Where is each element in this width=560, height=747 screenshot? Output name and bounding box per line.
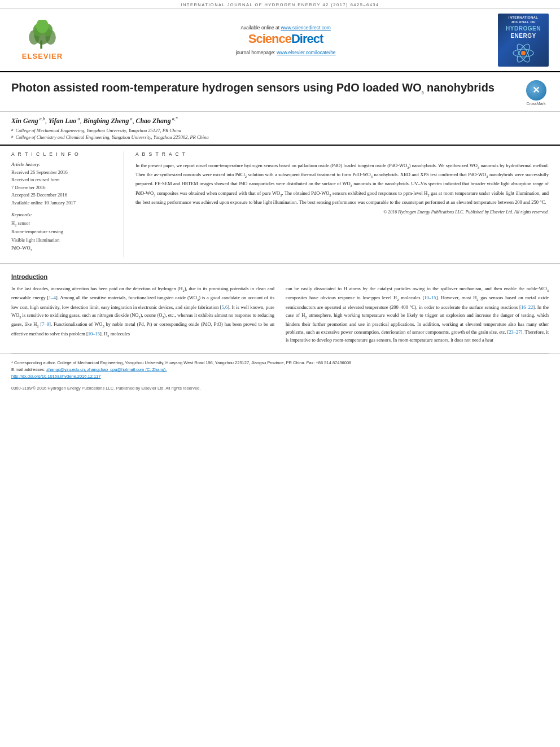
authors-line: Xin Geng a,b, Yifan Luo a, Bingbing Zhen…	[11, 116, 549, 125]
author-yifan-luo: Yifan Luo	[49, 117, 77, 125]
top-row: ELSEVIER Available online at www.science…	[0, 9, 560, 72]
introduction-columns: In the last decades, increasing attentio…	[11, 285, 549, 347]
sciencedirect-logo: ScienceDirect	[248, 32, 323, 46]
journal-atom-icon	[512, 42, 535, 64]
doi-link[interactable]: http://dx.doi.org/10.1016/j.ijhydene.201…	[11, 374, 100, 379]
journal-thumbnail: International Journal of HYDROGEN ENERGY	[498, 14, 549, 67]
accepted-date: Accepted 25 December 2016	[11, 191, 115, 199]
introduction-title: Introduction	[11, 273, 549, 280]
homepage-link[interactable]: www.elsevier.com/locate/he	[277, 50, 335, 55]
keyword-visible: Visible light illumination	[11, 236, 115, 244]
authors-section: Xin Geng a,b, Yifan Luo a, Bingbing Zhen…	[0, 112, 560, 146]
sd-link[interactable]: www.sciencedirect.com	[281, 25, 330, 30]
journal-header-bar: INTERNATIONAL JOURNAL OF HYDROGEN ENERGY…	[0, 0, 560, 9]
affiliation-a: a College of Mechanical Engineering, Yan…	[11, 128, 549, 133]
received-date: Received 26 September 2016	[11, 169, 115, 177]
article-info-panel: A R T I C L E I N F O Article history: R…	[11, 151, 124, 257]
crossmark-label: CrossMark	[527, 102, 546, 106]
author-xin-geng: Xin Geng	[11, 117, 38, 125]
author-bingbing-zheng: Bingbing Zheng	[83, 117, 129, 125]
article-info-label: A R T I C L E I N F O	[11, 151, 115, 157]
abstract-copyright: © 2016 Hydrogen Energy Publications LLC.…	[135, 209, 549, 215]
journal-thumbnail-title: International Journal of HYDROGEN ENERGY	[506, 16, 541, 40]
received-revised-date: Received in revised form7 December 2016	[11, 176, 115, 191]
keyword-pdo: PdO–WO3	[11, 244, 115, 253]
homepage-text: journal homepage: www.elsevier.com/locat…	[235, 50, 335, 55]
article-history: Article history: Received 26 September 2…	[11, 161, 115, 207]
elsevier-tree-icon	[20, 20, 65, 51]
introduction-col2: can be easily dissociated to H atoms by …	[286, 285, 549, 347]
author-chao-zhang: Chao Zhang	[135, 117, 170, 125]
article-title: Photon assisted room-temperature hydroge…	[11, 80, 523, 95]
keyword-rt: Room-temperature sensing	[11, 228, 115, 235]
footer-issn-line: 0360-3199/© 2016 Hydrogen Energy Publica…	[0, 383, 560, 393]
keywords-section: Keywords: H2 sensor Room-temperature sen…	[11, 212, 115, 253]
abstract-label: A B S T R A C T	[135, 151, 549, 157]
email-link[interactable]: zhangc@yzu.edu.cn, zhangchao_cpu@hotmail…	[46, 367, 167, 372]
svg-point-7	[521, 51, 526, 55]
center-info: Available online at www.sciencedirect.co…	[79, 14, 492, 67]
available-online-date: Available online 10 January 2017	[11, 199, 115, 207]
elsevier-logo: ELSEVIER	[11, 14, 73, 67]
crossmark-badge[interactable]: ✕ CrossMark	[523, 80, 549, 106]
corresponding-author-note: * Corresponding author. College of Mecha…	[11, 360, 549, 366]
elsevier-wordmark: ELSEVIER	[22, 52, 63, 60]
footer-notes: * Corresponding author. College of Mecha…	[0, 353, 560, 383]
affiliation-b: b College of Chemistry and Chemical Engi…	[11, 134, 549, 140]
email-line: E-mail addresses: zhangc@yzu.edu.cn, zha…	[11, 366, 549, 373]
abstract-section: A B S T R A C T In the present paper, we…	[135, 151, 549, 257]
article-title-section: Photon assisted room-temperature hydroge…	[0, 72, 560, 112]
abstract-text: In the present paper, we report novel ro…	[135, 161, 549, 207]
keyword-h2: H2 sensor	[11, 219, 115, 228]
article-body: A R T I C L E I N F O Article history: R…	[0, 146, 560, 264]
introduction-col1: In the last decades, increasing attentio…	[11, 285, 274, 347]
available-online-text: Available online at www.sciencedirect.co…	[240, 25, 331, 30]
main-content: Introduction In the last decades, increa…	[0, 264, 560, 353]
crossmark-icon: ✕	[526, 80, 546, 101]
